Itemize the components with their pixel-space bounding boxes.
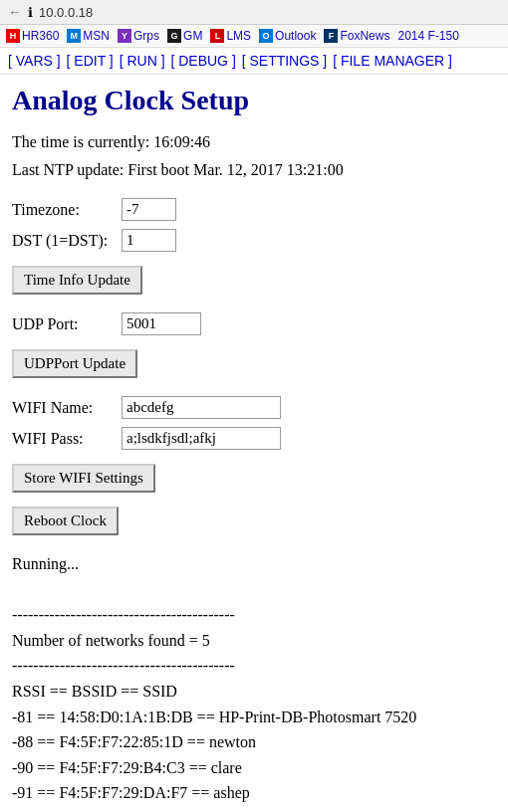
wifi-name-row: WIFI Name:	[12, 396, 496, 419]
bookmark-hr360[interactable]: H HR360	[4, 28, 61, 44]
nav-bar: [ VARS ] [ EDIT ] [ RUN ] [ DEBUG ] [ SE…	[0, 48, 508, 75]
wifi-pass-input[interactable]	[122, 427, 281, 450]
output-text: Running... -----------------------------…	[12, 551, 496, 812]
url-display: 10.0.0.18	[39, 5, 500, 20]
udp-port-input[interactable]	[122, 312, 201, 335]
browser-bar: ← ℹ 10.0.0.18	[0, 0, 508, 25]
bookmark-grps[interactable]: Y Grps	[116, 28, 161, 44]
dst-row: DST (1=DST):	[12, 229, 496, 252]
wifi-name-input[interactable]	[122, 396, 281, 419]
page-content: Analog Clock Setup The time is currently…	[0, 75, 508, 812]
nav-run[interactable]: [ RUN ]	[120, 53, 165, 69]
udp-port-row: UDP Port:	[12, 312, 496, 335]
wifi-pass-label: WIFI Pass:	[12, 430, 122, 448]
page-title: Analog Clock Setup	[12, 85, 496, 116]
msn-icon: M	[67, 29, 81, 43]
store-wifi-button[interactable]: Store WIFI Settings	[12, 464, 155, 493]
udp-port-label: UDP Port:	[12, 315, 122, 333]
timezone-input[interactable]	[122, 198, 176, 221]
hr360-icon: H	[6, 29, 20, 43]
gm-icon: G	[167, 29, 181, 43]
nav-vars[interactable]: [ VARS ]	[8, 53, 61, 69]
time-line2: Last NTP update: First boot Mar. 12, 201…	[12, 158, 496, 182]
foxnews-icon: F	[324, 29, 338, 43]
bookmark-lms[interactable]: L LMS	[208, 28, 253, 44]
time-update-button[interactable]: Time Info Update	[12, 266, 142, 295]
lms-icon: L	[210, 29, 224, 43]
back-button[interactable]: ←	[8, 4, 22, 20]
nav-edit[interactable]: [ EDIT ]	[67, 53, 114, 69]
bookmark-outlook[interactable]: O Outlook	[257, 28, 318, 44]
udp-update-button[interactable]: UDPPort Update	[12, 349, 137, 378]
bookmark-f150[interactable]: 2014 F-150	[395, 28, 460, 44]
wifi-pass-row: WIFI Pass:	[12, 427, 496, 450]
outlook-icon: O	[259, 29, 273, 43]
nav-settings[interactable]: [ SETTINGS ]	[242, 53, 328, 69]
dst-input[interactable]	[122, 229, 176, 252]
wifi-section: WIFI Name: WIFI Pass:	[12, 396, 496, 450]
time-line1: The time is currently: 16:09:46	[12, 130, 496, 154]
bookmarks-bar: H HR360 M MSN Y Grps G GM L LMS O Outloo…	[0, 25, 508, 48]
bookmark-foxnews[interactable]: F FoxNews	[322, 28, 391, 44]
nav-debug[interactable]: [ DEBUG ]	[170, 53, 235, 69]
timezone-row: Timezone:	[12, 198, 496, 221]
dst-label: DST (1=DST):	[12, 232, 122, 250]
reboot-clock-button[interactable]: Reboot Clock	[12, 507, 119, 535]
info-icon: ℹ	[28, 5, 33, 20]
nav-file-manager[interactable]: [ FILE MANAGER ]	[333, 53, 452, 69]
bookmark-msn[interactable]: M MSN	[65, 28, 112, 44]
wifi-name-label: WIFI Name:	[12, 399, 122, 417]
udp-section: UDP Port:	[12, 312, 496, 335]
timezone-section: Timezone: DST (1=DST):	[12, 198, 496, 252]
timezone-label: Timezone:	[12, 201, 122, 219]
bookmark-gm[interactable]: G GM	[165, 28, 204, 44]
grps-icon: Y	[118, 29, 131, 43]
